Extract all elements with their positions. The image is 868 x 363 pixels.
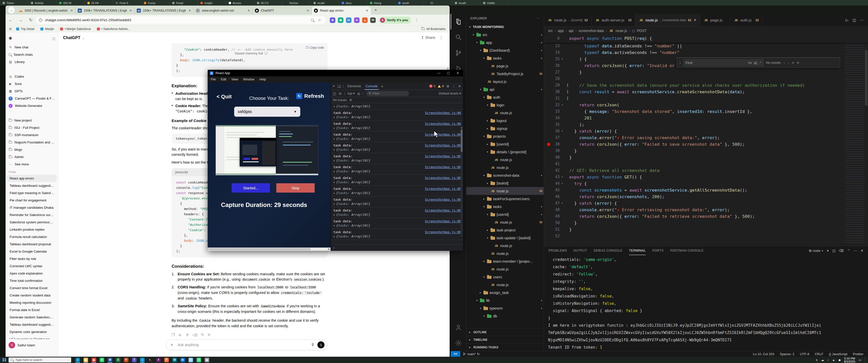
background-tab[interactable]: docs xyxy=(339,0,367,5)
console-entry[interactable]: task data: ScreenshotApp.js:96 ▸{tasks: … xyxy=(331,131,463,142)
device-toolbar-icon[interactable]: ❏ xyxy=(337,84,341,88)
expand-arrow-icon[interactable]: ▸ xyxy=(333,213,335,217)
sidebar-nav-item[interactable] xyxy=(5,66,58,73)
clear-console-icon[interactable]: ⊘ xyxy=(339,92,342,96)
console-entry[interactable]: task data: ScreenshotApp.js:96 ▸{tasks: … xyxy=(331,229,463,240)
code-editor[interactable]: 6export async function POST(req) { 23 ty… xyxy=(544,35,868,246)
devtools-tab-elements[interactable]: Elements xyxy=(346,82,362,90)
explorer-tree-item[interactable]: ▸ signup xyxy=(466,125,544,132)
fold-chevron-icon[interactable]: ▾ xyxy=(560,176,565,178)
explorer-tree-item[interactable]: ▾ tasks ● xyxy=(466,54,544,62)
explorer-tree-item[interactable]: JS route.js xyxy=(466,242,544,250)
start-button[interactable]: Started... xyxy=(231,183,270,193)
find-next-icon[interactable]: ↓ xyxy=(787,61,789,65)
statusbar-item[interactable]: Spaces: 2 xyxy=(780,352,794,356)
site-info-icon[interactable]: ⓘ xyxy=(39,19,42,22)
saved-memory-notice[interactable]: Saved memory full i xyxy=(235,52,268,55)
console-entry[interactable]: task data: ScreenshotApp.js:96 ▸{tasks: … xyxy=(331,142,463,153)
expand-arrow-icon[interactable]: ▸ xyxy=(333,180,335,184)
console-entry[interactable]: task data: ScreenshotApp.js:96 ▸{tasks: … xyxy=(331,175,463,186)
console-entry[interactable]: ▸{tasks: Array(19)} xyxy=(331,103,463,110)
explorer-tree-item[interactable]: ▾ [userId] ● xyxy=(466,210,544,218)
thumbs-up-icon[interactable]: 👍︎ xyxy=(178,333,182,337)
sidebar-section-header[interactable]: ▸ RUNNING TASKS xyxy=(466,343,544,351)
edit-icon[interactable]: ✎ xyxy=(201,333,204,337)
model-selector[interactable]: ChatGPT xyxy=(63,36,80,40)
explorer-tree-item[interactable]: ▾ lib ● xyxy=(466,296,544,304)
dock-side-icon[interactable]: ◫ xyxy=(333,92,336,96)
console-source-link[interactable]: ScreenshotApp.js:96 xyxy=(425,122,461,126)
expand-arrow-icon[interactable]: ▸ xyxy=(333,224,335,227)
panel-more-icon[interactable]: ⋯ xyxy=(854,249,857,253)
conversation-menu-icon[interactable]: ⋮ xyxy=(439,35,443,40)
expand-arrow-icon[interactable]: ▸ xyxy=(333,115,335,119)
browser-tab[interactable]: www.english-welsh.net ✕ xyxy=(194,6,253,14)
chat-history-item[interactable]: Pie chart for engagement xyxy=(7,197,57,204)
taskbar-app-icon[interactable]: T xyxy=(131,357,137,363)
sidebar-nav-item[interactable]: Admin xyxy=(5,153,58,161)
background-tab[interactable]: Cr xyxy=(424,0,452,5)
tab-search-button[interactable]: ⌄ xyxy=(8,7,14,13)
background-tab[interactable]: IELTS xyxy=(254,0,283,5)
explorer-tree-item[interactable]: JS route.js xyxy=(466,281,544,289)
fold-chevron-icon[interactable]: ▾ xyxy=(560,202,565,204)
taskbar-app-icon[interactable]: # xyxy=(155,357,162,363)
taskbar-app-icon[interactable]: M xyxy=(171,357,178,363)
background-tab[interactable]: Hiring xyxy=(367,0,396,5)
devtools-close-icon[interactable]: ✕ xyxy=(458,84,461,88)
taskbar-app-icon[interactable]: ▣ xyxy=(83,357,89,363)
console-source-link[interactable]: ScreenshotApp.js:96 xyxy=(425,230,461,234)
notification-center-icon[interactable]: ▭ xyxy=(859,358,862,362)
statusbar-item[interactable]: CRLF xyxy=(815,352,823,356)
expand-arrow-icon[interactable]: ▸ xyxy=(333,104,335,108)
tray-icon[interactable]: ☁ xyxy=(821,358,824,362)
sidebar-section-header[interactable]: ▸ TIMELINE xyxy=(466,336,544,343)
background-tab[interactable]: 25 PA xyxy=(85,0,113,5)
expand-arrow-icon[interactable]: ▸ xyxy=(333,159,335,162)
explorer-tree-item[interactable]: JS route.js xyxy=(466,250,544,257)
git-branch-item[interactable]: main* ↻ xyxy=(463,352,480,356)
horizontal-scrollbar[interactable]: ▶ xyxy=(208,248,331,251)
inspect-icon[interactable]: ⌖ xyxy=(333,84,335,88)
fold-chevron-icon[interactable]: ▾ xyxy=(560,104,565,106)
expand-arrow-icon[interactable]: ▸ xyxy=(333,137,335,141)
panel-tab[interactable]: OUTPUT xyxy=(574,249,587,252)
taskbar-app-icon[interactable]: X xyxy=(115,357,121,363)
context-selector[interactable]: top ▾ xyxy=(347,92,354,95)
panel-tab[interactable]: POSTMAN CONSOLE xyxy=(670,249,704,252)
console-source-link[interactable]: ScreenshotApp.js:96 xyxy=(425,187,461,191)
task-select[interactable]: safdgas ▼ xyxy=(234,107,300,117)
browser-tab[interactable]: ❋ ChatGPT ✕ xyxy=(253,6,312,14)
explorer-tree-item[interactable]: ▾ team-member \ [projec... xyxy=(466,257,544,265)
chat-history-item[interactable]: Dynamic color generation xyxy=(7,328,57,335)
url-text[interactable]: chatgpt.com/c/68b68f92-ee40-832d-97e1-25… xyxy=(45,18,308,22)
explorer-tree-item[interactable]: JS route.js xyxy=(466,265,544,273)
expand-arrow-icon[interactable]: ▸ xyxy=(333,169,335,173)
explorer-tree-item[interactable]: JS route.js xyxy=(466,164,544,171)
apps-grid-icon[interactable]: ⊞ xyxy=(9,27,11,31)
console-entry[interactable]: task data: ScreenshotApp.js:96 ▸{tasks: … xyxy=(331,121,463,131)
explorer-tree-item[interactable]: ▾ details \ [projectId] xyxy=(466,148,544,156)
sidebar-nav-item[interactable]: New project xyxy=(5,117,58,124)
explorer-tree-item[interactable]: ▾ auth xyxy=(466,93,544,101)
find-in-selection-icon[interactable]: ≡ xyxy=(792,61,794,65)
taskbar-search-input[interactable]: Type here to search xyxy=(8,358,71,363)
background-tab[interactable]: Techno xyxy=(283,0,311,5)
console-source-link[interactable]: ScreenshotApp.js:96 xyxy=(425,132,461,137)
tab-close-icon[interactable]: ✕ xyxy=(70,9,73,12)
whole-word-icon[interactable]: ab xyxy=(754,61,757,65)
tray-icon[interactable]: ↕ xyxy=(827,358,829,362)
expand-arrow-icon[interactable]: ▸ xyxy=(333,148,335,152)
error-badge[interactable]: ✕5 xyxy=(429,84,435,88)
sidebar-nav-item[interactable]: ◐ Website Generator xyxy=(5,102,58,109)
background-tab[interactable]: localh xyxy=(311,0,339,5)
console-entry[interactable]: task data: ScreenshotApp.js:96 ▸{tasks: … xyxy=(331,196,463,207)
issues-settings-icon[interactable]: ⚙ xyxy=(349,98,352,102)
kill-terminal-icon[interactable]: ⌫ xyxy=(839,249,844,253)
chat-history-item[interactable]: Apex code explanation xyxy=(7,270,57,277)
explorer-tree-item[interactable]: ▸ logout xyxy=(466,117,544,125)
account-icon[interactable] xyxy=(451,320,466,335)
verify-profile-button[interactable]: S Verify it's you xyxy=(379,16,411,24)
statusbar-item[interactable]: {} JavaScript xyxy=(829,352,847,356)
terminal-profile-dropdown-icon[interactable]: ▾ xyxy=(827,249,829,253)
